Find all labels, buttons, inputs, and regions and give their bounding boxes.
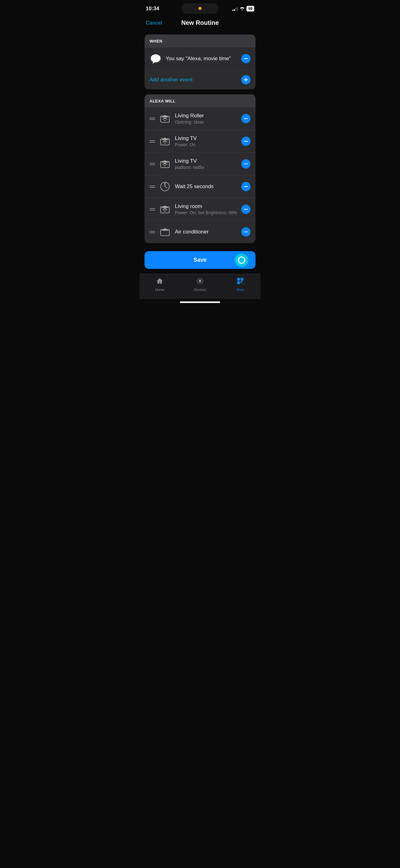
device-icon-6 [159,226,171,238]
nav-label-more: More [236,288,244,291]
nav-label-devices: Devices [194,288,206,291]
svg-point-0 [151,54,161,62]
remove-action-6-button[interactable] [241,227,251,237]
nav-label-home: Home [155,288,164,291]
svg-rect-18 [237,281,240,284]
drag-handle [149,231,155,233]
battery-indicator: 99 [246,6,254,11]
action-title-5: Living room [175,203,237,210]
action-item-4[interactable]: Wait 25 seconds [144,175,256,198]
cancel-button[interactable]: Cancel [146,20,162,26]
device-icon-2 [159,135,171,148]
page-title: New Routine [181,19,219,26]
drag-handle [149,163,155,165]
action-item-1[interactable]: Living Roller Opening: close [144,107,256,130]
when-card: WHEN You say "Alexa, movie time" Add ano… [144,34,256,89]
action-text-2: Living TV Power: On [175,135,237,147]
nav-item-devices[interactable]: Devices [180,277,220,291]
svg-rect-17 [241,278,243,281]
trigger-label: You say "Alexa, movie time" [166,56,231,61]
when-header: WHEN [144,34,256,48]
trigger-item[interactable]: You say "Alexa, movie time" [144,48,256,70]
save-button[interactable]: Save [144,251,256,269]
drag-handle [149,186,155,188]
save-container: Save [139,251,261,274]
svg-point-5 [164,143,166,144]
add-event-item[interactable]: Add another event [144,70,256,89]
svg-rect-16 [237,278,240,281]
remove-action-4-button[interactable] [241,182,251,191]
dynamic-island-dot [198,7,202,10]
when-body: You say "Alexa, movie time" Add another … [144,48,256,89]
device-icon-1 [159,113,171,125]
home-indicator [180,302,220,303]
remove-action-2-button[interactable] [241,136,251,146]
action-title-2: Living TV [175,135,237,142]
dynamic-island [181,3,219,14]
navigation-bar: Cancel New Routine [139,16,261,31]
alexa-will-header: ALEXA WILL [144,94,256,107]
bottom-nav: Home Devices + More [139,274,261,299]
svg-line-11 [165,187,167,188]
svg-point-3 [164,120,166,121]
alexa-will-card: ALEXA WILL Living Roll [144,94,256,243]
action-title-4: Wait 25 seconds [175,183,237,190]
save-label: Save [194,257,206,263]
alexa-fab [234,252,249,268]
action-text-5: Living room Power: On; Set Brightness: 5… [175,203,237,215]
main-content: WHEN You say "Alexa, movie time" Add ano… [139,31,261,251]
remove-action-1-button[interactable] [241,114,251,123]
wait-icon [159,180,171,193]
remove-action-5-button[interactable] [241,205,251,214]
action-item-5[interactable]: Living room Power: On; Set Brightness: 5… [144,198,256,220]
device-icon-3 [159,158,171,170]
action-title-3: Living TV [175,158,237,164]
device-icon-5 [159,203,171,215]
svg-text:+: + [242,282,244,285]
action-title-1: Living Roller [175,113,237,119]
nav-item-home[interactable]: Home [139,277,180,291]
action-subtitle-2: Power: On [175,142,237,147]
action-subtitle-1: Opening: close [175,120,237,124]
drag-handle [149,118,155,120]
action-text-3: Living TV platform: netflix [175,158,237,170]
drag-handle [149,208,155,211]
alexa-will-header-label: ALEXA WILL [149,99,175,103]
svg-rect-19 [241,281,242,283]
svg-point-13 [164,211,166,212]
svg-marker-1 [152,61,155,64]
action-text-4: Wait 25 seconds [175,183,237,190]
alexa-icon [238,256,245,264]
status-icons: 99 [232,6,254,11]
action-item-2[interactable]: Living TV Power: On [144,130,256,152]
action-subtitle-5: Power: On; Set Brightness: 50% [175,210,237,215]
action-title-6: Air conditioner [175,229,237,235]
svg-point-7 [164,165,166,166]
home-nav-icon [156,277,163,286]
svg-point-15 [199,280,201,282]
status-time: 10:34 [146,6,159,12]
action-subtitle-3: platform: netflix [175,165,237,170]
more-nav-icon: + [237,277,244,286]
nav-item-more[interactable]: + More [220,277,261,291]
remove-trigger-button[interactable] [241,54,251,63]
when-header-label: WHEN [149,39,163,43]
action-text-6: Air conditioner [175,229,237,235]
devices-nav-icon [196,277,204,286]
action-text-1: Living Roller Opening: close [175,113,237,124]
add-event-button[interactable] [241,75,251,85]
add-event-label: Add another event [149,77,193,83]
signal-bars [232,6,238,11]
remove-action-3-button[interactable] [241,159,251,168]
action-item-6[interactable]: Air conditioner [144,220,256,243]
action-item-3[interactable]: Living TV platform: netflix [144,152,256,175]
alexa-will-body: Living Roller Opening: close [144,107,256,243]
wifi-icon [240,6,245,11]
trigger-text-container: You say "Alexa, movie time" [166,56,237,62]
speech-bubble-icon [149,53,162,65]
drag-handle [149,140,155,143]
status-bar: 10:34 🔔 99 [139,0,261,16]
